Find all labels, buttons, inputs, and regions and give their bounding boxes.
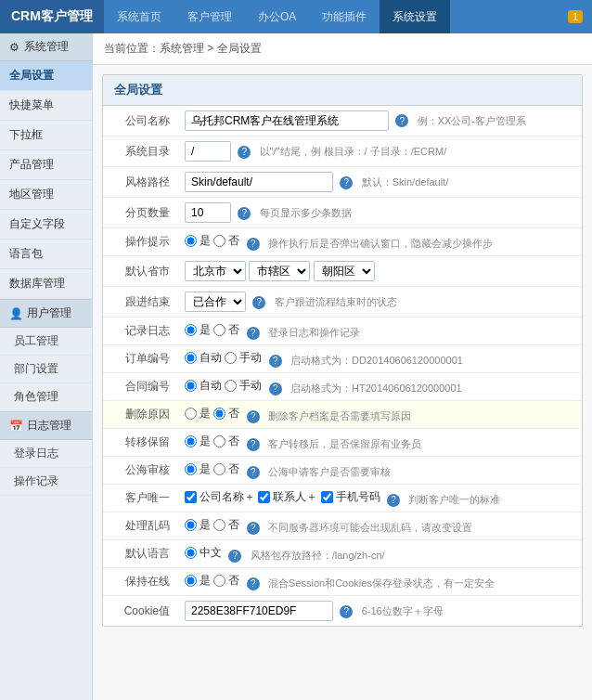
radio-order-auto[interactable]: 自动 — [185, 350, 222, 366]
value-contract-num: 自动 手动 ? 启动格式为：HT20140606120000001 — [177, 373, 582, 401]
hint-lang: 风格包存放路径：/lang/zh-cn/ — [251, 550, 385, 561]
input-page-size[interactable] — [185, 202, 231, 223]
nav-customers[interactable]: 客户管理 — [174, 0, 245, 33]
sidebar-item-products[interactable]: 产品管理 — [0, 150, 92, 180]
value-followup-end: 已合作 ? 客户跟进流程结束时的状态 — [177, 287, 582, 318]
label-cookie: Cookie值 — [103, 596, 177, 627]
hint-icon-cookie: ? — [340, 605, 353, 618]
radio-lang-cn[interactable]: 中文 — [185, 545, 222, 561]
sidebar-item-operation-log[interactable]: 操作记录 — [0, 468, 92, 496]
value-unique: 公司名称＋ 联系人＋ 手机号码 ? 判断客户唯一的标准 — [177, 485, 582, 512]
radio-delete-no[interactable]: 否 — [213, 406, 239, 421]
sidebar-section-logs: 📅 日志管理 — [0, 411, 92, 440]
sidebar-item-custom-fields[interactable]: 自定义字段 — [0, 210, 92, 240]
row-company-name: 公司名称 ? 例：XX公司-客户管理系 — [103, 106, 582, 136]
sidebar-item-shortcuts[interactable]: 快捷菜单 — [0, 91, 92, 121]
checkbox-contact[interactable]: 联系人＋ — [258, 489, 317, 505]
calendar-icon: 📅 — [9, 420, 23, 433]
radio-encoding-no[interactable]: 否 — [213, 517, 239, 533]
hint-contract: 启动格式为：HT20140606120000001 — [290, 382, 462, 394]
sidebar-item-dropdown[interactable]: 下拉框 — [0, 121, 92, 150]
hint-icon-followup: ? — [252, 296, 265, 309]
row-op-hint: 操作提示 是 否 ? 操作执行后是否弹出确认窗口，隐藏会减少操作步 — [103, 228, 582, 256]
radio-op-no[interactable]: 否 — [213, 233, 239, 249]
row-cookie: Cookie值 ? 6-16位数字＋字母 — [103, 596, 582, 627]
sidebar-item-regions[interactable]: 地区管理 — [0, 180, 92, 210]
sidebar-item-language[interactable]: 语言包 — [0, 240, 92, 269]
panel-title: 全局设置 — [103, 75, 582, 106]
nav-settings[interactable]: 系统设置 — [380, 0, 450, 33]
nav-plugins[interactable]: 功能插件 — [309, 0, 380, 33]
hint-sea: 公海申请客户是否需要审核 — [268, 466, 391, 477]
value-log: 是 否 ? 登录日志和操作记录 — [177, 318, 582, 345]
radio-log-no[interactable]: 否 — [213, 322, 239, 338]
user-icon: 👤 — [9, 307, 23, 320]
radio-order-manual[interactable]: 手动 — [225, 350, 262, 366]
row-log: 记录日志 是 否 ? 登录日志和操作记录 — [103, 318, 582, 345]
value-keep-online: 是 否 ? 混合Session和Cookies保存登录状态，有一定安全 — [177, 568, 582, 596]
radio-transfer-yes[interactable]: 是 — [185, 434, 211, 449]
hint-company: 例：XX公司-客户管理系 — [418, 115, 526, 126]
value-page-size: ? 每页显示多少条数据 — [177, 198, 582, 228]
label-default-city: 默认省市 — [103, 256, 177, 287]
hint-dir: 以"/"结尾，例 根目录：/ 子目录：/ECRM/ — [260, 146, 447, 157]
radio-online-yes[interactable]: 是 — [185, 573, 211, 589]
radio-log-yes[interactable]: 是 — [185, 322, 211, 338]
row-contract-num: 合同编号 自动 手动 ? 启动格式为：HT20140606120000001 — [103, 373, 582, 401]
sidebar-item-login-log[interactable]: 登录日志 — [0, 440, 92, 468]
hint-delete: 删除客户档案是否需要填写原因 — [268, 410, 411, 421]
select-followup[interactable]: 已合作 — [185, 292, 246, 312]
email-badge[interactable]: 1 — [568, 10, 583, 23]
content-area: 全局设置 公司名称 ? 例：XX公司-客户管理系 系统目录 — [93, 65, 592, 636]
hint-icon-online: ? — [247, 577, 260, 590]
hint-log: 登录日志和操作记录 — [268, 327, 360, 338]
label-order-num: 订单编号 — [103, 345, 177, 373]
sidebar-item-employees[interactable]: 员工管理 — [0, 328, 92, 356]
radio-contract-manual[interactable]: 手动 — [225, 378, 262, 394]
select-province[interactable]: 北京市 — [185, 261, 246, 281]
input-sys-dir[interactable] — [185, 141, 231, 162]
hint-icon-page: ? — [238, 207, 251, 220]
checkbox-mobile[interactable]: 手机号码 — [321, 489, 380, 505]
nav-oa[interactable]: 办公OA — [245, 0, 309, 33]
value-sys-dir: ? 以"/"结尾，例 根目录：/ 子目录：/ECRM/ — [177, 136, 582, 167]
label-sea-review: 公海审核 — [103, 457, 177, 485]
radio-delete-yes[interactable]: 是 — [185, 406, 211, 421]
radio-online-no[interactable]: 否 — [213, 573, 239, 589]
row-lang: 默认语言 中文 ? 风格包存放路径：/lang/zh-cn/ — [103, 540, 582, 568]
settings-panel: 全局设置 公司名称 ? 例：XX公司-客户管理系 系统目录 — [102, 74, 583, 627]
sidebar-section2-label: 用户管理 — [27, 305, 71, 321]
nav-home[interactable]: 系统首页 — [104, 0, 174, 33]
sidebar-item-database[interactable]: 数据库管理 — [0, 269, 92, 299]
radio-op-yes[interactable]: 是 — [185, 233, 211, 249]
radio-transfer-no[interactable]: 否 — [213, 434, 239, 449]
select-area[interactable]: 朝阳区 — [314, 261, 375, 281]
nav-right: 1 — [568, 10, 592, 23]
input-cookie[interactable] — [185, 601, 333, 621]
label-transfer: 转移保留 — [103, 429, 177, 457]
sidebar-item-global[interactable]: 全局设置 — [0, 61, 92, 91]
radio-sea-no[interactable]: 否 — [213, 461, 239, 477]
hint-cookie: 6-16位数字＋字母 — [362, 605, 444, 616]
sidebar-item-departments[interactable]: 部门设置 — [0, 356, 92, 383]
radio-sea-yes[interactable]: 是 — [185, 461, 211, 477]
label-encoding: 处理乱码 — [103, 512, 177, 540]
radio-contract-auto[interactable]: 自动 — [185, 378, 222, 394]
label-lang: 默认语言 — [103, 540, 177, 568]
input-skin-path[interactable] — [185, 172, 333, 192]
app-logo: CRM客户管理 — [0, 0, 104, 33]
sidebar-item-roles[interactable]: 角色管理 — [0, 383, 92, 411]
input-company-name[interactable] — [185, 110, 389, 131]
checkbox-company-name[interactable]: 公司名称＋ — [185, 489, 255, 505]
hint-order: 启动格式为：DD20140606120000001 — [290, 355, 463, 366]
select-district[interactable]: 市辖区 — [249, 261, 310, 281]
sidebar-section1-label: 系统管理 — [24, 39, 69, 55]
value-delete-reason: 是 否 ? 删除客户档案是否需要填写原因 — [177, 401, 582, 429]
value-sea-review: 是 否 ? 公海申请客户是否需要审核 — [177, 457, 582, 485]
hint-icon-encoding: ? — [247, 522, 260, 535]
hint-icon-transfer: ? — [247, 438, 260, 451]
radio-encoding-yes[interactable]: 是 — [185, 517, 211, 533]
label-op-hint: 操作提示 — [103, 228, 177, 256]
row-keep-online: 保持在线 是 否 ? 混合Session和Cookies保存登录状态，有一定安全 — [103, 568, 582, 596]
hint-icon-op: ? — [247, 238, 260, 251]
